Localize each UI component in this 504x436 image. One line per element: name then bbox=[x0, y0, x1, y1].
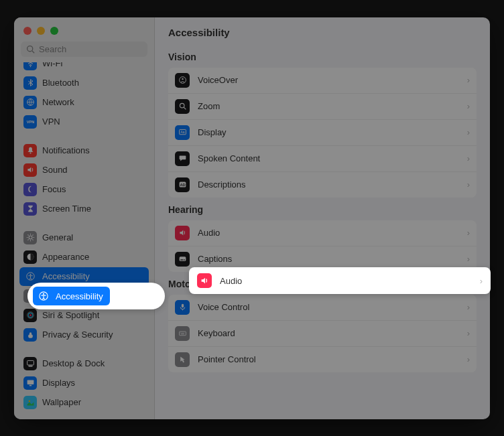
svg-rect-36 bbox=[180, 333, 181, 334]
svg-text:Aa: Aa bbox=[180, 131, 184, 134]
sidebar-item-vpn[interactable]: VPNVPN bbox=[19, 113, 149, 131]
sidebar-item-appearance[interactable]: Appearance bbox=[19, 248, 149, 267]
search-input[interactable] bbox=[39, 44, 142, 54]
svg-rect-34 bbox=[181, 304, 183, 308]
traffic-lights bbox=[14, 17, 154, 42]
sidebar-item-label: Privacy & Security bbox=[42, 330, 113, 340]
svg-rect-17 bbox=[27, 360, 34, 365]
svg-rect-35 bbox=[179, 332, 186, 336]
row-label: Keyboard bbox=[198, 328, 459, 338]
svg-line-26 bbox=[184, 107, 186, 109]
sidebar-item-label: Network bbox=[42, 97, 74, 107]
sidebar-item-label: Notifications bbox=[42, 145, 90, 155]
svg-point-2 bbox=[29, 66, 31, 68]
svg-rect-33 bbox=[184, 259, 185, 260]
row-audio-highlight[interactable]: Audio › bbox=[189, 267, 491, 294]
speaker-icon bbox=[175, 226, 190, 240]
sidebar-item-label: Screen Time bbox=[42, 204, 91, 214]
svg-point-6 bbox=[29, 236, 32, 239]
svg-point-23 bbox=[179, 77, 186, 84]
close-button[interactable] bbox=[23, 27, 32, 35]
sidebar-item-displays[interactable]: Displays bbox=[19, 374, 149, 392]
sidebar-item-general[interactable]: General bbox=[19, 228, 149, 247]
sidebar-item-label: Displays bbox=[42, 378, 75, 388]
svg-point-0 bbox=[27, 46, 33, 51]
row-audio[interactable]: Audio› bbox=[168, 220, 477, 246]
section-title: Hearing bbox=[168, 204, 477, 215]
fullscreen-button[interactable] bbox=[50, 27, 58, 35]
sidebar-item-accessibility-highlight[interactable]: Accessibility bbox=[27, 283, 165, 309]
svg-rect-32 bbox=[180, 259, 183, 260]
chevron-right-icon: › bbox=[467, 254, 470, 264]
svg-point-22 bbox=[28, 401, 29, 402]
page-title: Accessibility bbox=[155, 17, 490, 45]
sidebar-item-wifi[interactable]: Wi-Fi bbox=[19, 62, 149, 73]
sidebar: Wi-FiBluetoothNetworkVPNVPNNotifications… bbox=[14, 17, 155, 419]
sidebar-list[interactable]: Wi-FiBluetoothNetworkVPNVPNNotifications… bbox=[14, 62, 154, 419]
chevron-right-icon: › bbox=[467, 75, 470, 85]
sidebar-item-network[interactable]: Network bbox=[19, 93, 149, 112]
svg-rect-31 bbox=[179, 257, 186, 261]
row-label: Captions bbox=[198, 254, 459, 264]
sidebar-item-notifications[interactable]: Notifications bbox=[19, 141, 149, 160]
sidebar-item-label: Bluetooth bbox=[42, 78, 79, 88]
siri-icon bbox=[23, 309, 37, 322]
speaker-icon bbox=[23, 163, 37, 177]
chevron-right-icon: › bbox=[467, 228, 470, 238]
svg-rect-40 bbox=[181, 334, 184, 334]
sidebar-item-screentime[interactable]: Screen Time bbox=[19, 200, 149, 218]
zoom-icon bbox=[175, 99, 190, 114]
sidebar-item-focus[interactable]: Focus bbox=[19, 180, 149, 199]
minimize-button[interactable] bbox=[37, 27, 45, 35]
sidebar-item-label: Desktop & Dock bbox=[42, 358, 105, 368]
sidebar-item-label: Siri & Spotlight bbox=[42, 310, 99, 320]
section-list: Audio›Captions› bbox=[168, 220, 477, 272]
section-list: Voice Control›Keyboard›Pointer Control› bbox=[168, 295, 477, 372]
access-icon bbox=[23, 270, 37, 283]
row-pointer[interactable]: Pointer Control› bbox=[168, 347, 477, 372]
sidebar-item-label: Appearance bbox=[42, 252, 89, 262]
row-spoken[interactable]: Spoken Content› bbox=[168, 146, 477, 172]
sidebar-item-wallpaper[interactable]: Wallpaper bbox=[19, 393, 149, 412]
wall-icon bbox=[23, 396, 37, 409]
dock-icon bbox=[23, 357, 37, 370]
sidebar-item-label: Wallpaper bbox=[42, 397, 81, 407]
row-label: Audio bbox=[198, 228, 459, 238]
sidebar-item-label: General bbox=[42, 232, 73, 242]
display-icon bbox=[23, 376, 37, 390]
sidebar-item-privacy[interactable]: Privacy & Security bbox=[19, 325, 149, 344]
chevron-right-icon: › bbox=[467, 179, 470, 190]
cap-icon bbox=[175, 252, 190, 267]
svg-point-5 bbox=[29, 153, 31, 154]
vpn-icon: VPN bbox=[23, 115, 37, 129]
row-display[interactable]: AaDisplay› bbox=[168, 120, 477, 146]
svg-rect-16 bbox=[28, 335, 33, 338]
row-label: Zoom bbox=[198, 101, 459, 111]
sidebar-item-sound[interactable]: Sound bbox=[19, 161, 149, 179]
section-title: Vision bbox=[168, 52, 477, 62]
ptr-icon bbox=[175, 352, 190, 367]
row-label: Voice Control bbox=[198, 302, 459, 312]
row-descriptions[interactable]: ADDescriptions› bbox=[168, 172, 477, 198]
sidebar-item-label: Wi-Fi bbox=[42, 62, 62, 69]
svg-rect-39 bbox=[184, 333, 184, 334]
content-body[interactable]: VisionVoiceOver›Zoom›AaDisplay›Spoken Co… bbox=[155, 45, 490, 419]
row-voicecontrol[interactable]: Voice Control› bbox=[168, 295, 477, 321]
row-voiceover[interactable]: VoiceOver› bbox=[168, 68, 477, 94]
search-field[interactable] bbox=[21, 42, 147, 57]
row-label: Display bbox=[198, 127, 459, 137]
row-zoom[interactable]: Zoom› bbox=[168, 94, 477, 120]
svg-rect-37 bbox=[181, 333, 182, 334]
sidebar-item-bluetooth[interactable]: Bluetooth bbox=[19, 74, 149, 92]
hourglass-icon bbox=[23, 202, 37, 216]
svg-line-1 bbox=[32, 50, 34, 52]
desc-icon: AD bbox=[175, 177, 190, 192]
sidebar-item-desktop[interactable]: Desktop & Dock bbox=[19, 354, 149, 373]
row-label: Spoken Content bbox=[198, 153, 459, 163]
svg-rect-20 bbox=[29, 385, 31, 386]
chevron-right-icon: › bbox=[467, 101, 470, 111]
wifi-icon bbox=[23, 62, 37, 70]
row-keyboard[interactable]: Keyboard› bbox=[168, 321, 477, 347]
sidebar-item-label: Accessibility bbox=[42, 271, 90, 281]
chevron-right-icon: › bbox=[467, 354, 470, 364]
